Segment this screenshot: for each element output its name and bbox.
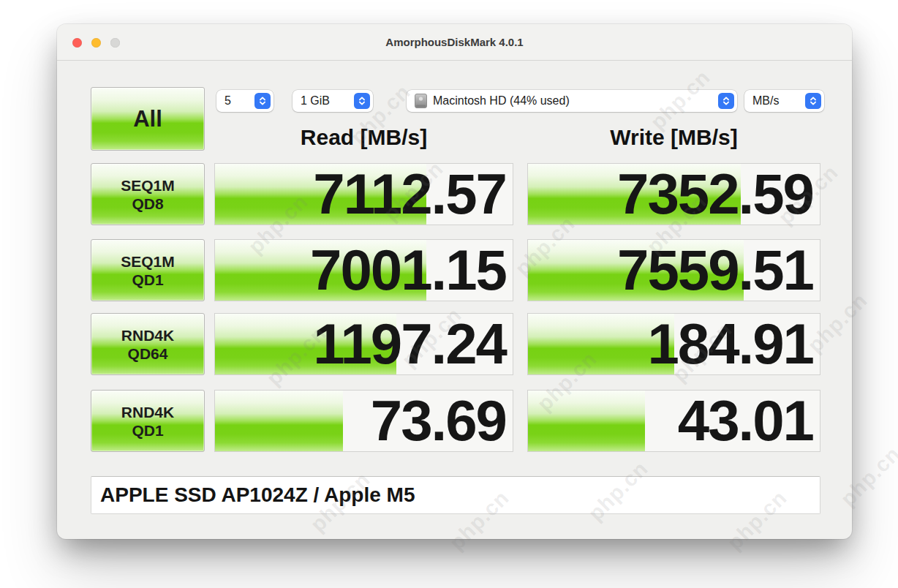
target-volume-value: Macintosh HD (44% used)	[433, 94, 570, 108]
read-bar-seq1m-qd8: 7112.57	[214, 163, 513, 225]
run-count-select[interactable]: 5	[216, 90, 273, 112]
run-all-button[interactable]: All	[91, 87, 205, 151]
target-volume-select[interactable]: Macintosh HD (44% used)	[407, 90, 737, 112]
read-value: 73.69	[214, 391, 506, 451]
read-value: 7112.57	[214, 164, 506, 224]
test-name: RND4K	[121, 326, 174, 344]
run-seq1m-qd1-button[interactable]: SEQ1M QD1	[91, 239, 205, 301]
run-rnd4k-qd1-button[interactable]: RND4K QD1	[91, 390, 205, 452]
read-bar-seq1m-qd1: 7001.15	[214, 239, 513, 301]
read-value: 7001.15	[214, 240, 506, 300]
read-bar-rnd4k-qd1: 73.69	[214, 390, 513, 452]
read-column-header: Read [MB/s]	[214, 125, 513, 153]
stepper-icon	[354, 93, 370, 109]
test-size-value: 1 GiB	[301, 94, 330, 108]
window-controls	[72, 38, 120, 48]
write-value: 184.91	[527, 314, 813, 374]
write-bar-rnd4k-qd1: 43.01	[527, 390, 820, 452]
unit-value: MB/s	[752, 94, 779, 108]
write-column-header: Write [MB/s]	[527, 125, 820, 153]
test-name: SEQ1M	[121, 252, 175, 271]
read-value: 1197.24	[214, 314, 506, 374]
zoom-button-disabled	[110, 38, 120, 48]
write-value: 43.01	[527, 391, 813, 451]
unit-select[interactable]: MB/s	[744, 90, 824, 112]
stepper-icon	[718, 93, 734, 109]
run-all-label: All	[133, 106, 162, 132]
write-bar-rnd4k-qd64: 184.91	[527, 313, 820, 375]
write-bar-seq1m-qd8: 7352.59	[527, 163, 820, 225]
app-window: AmorphousDiskMark 4.0.1 All 5 1 GiB Maci…	[57, 24, 852, 539]
title-bar: AmorphousDiskMark 4.0.1	[57, 24, 852, 61]
read-bar-rnd4k-qd64: 1197.24	[214, 313, 513, 375]
stepper-icon	[254, 93, 271, 109]
queue-depth: QD1	[132, 421, 163, 440]
drive-icon	[415, 94, 427, 108]
write-bar-seq1m-qd1: 7559.51	[527, 239, 820, 301]
run-rnd4k-qd64-button[interactable]: RND4K QD64	[91, 313, 205, 375]
stepper-icon	[805, 93, 821, 109]
test-name: SEQ1M	[121, 176, 175, 195]
queue-depth: QD1	[132, 271, 163, 289]
minimize-button[interactable]	[91, 38, 101, 48]
run-seq1m-qd8-button[interactable]: SEQ1M QD8	[91, 163, 205, 225]
device-info-field[interactable]: APPLE SSD AP1024Z / Apple M5	[91, 476, 820, 514]
queue-depth: QD64	[128, 344, 168, 363]
window-title: AmorphousDiskMark 4.0.1	[57, 24, 852, 61]
close-button[interactable]	[72, 38, 82, 48]
test-name: RND4K	[121, 403, 174, 421]
write-value: 7352.59	[527, 164, 813, 224]
write-value: 7559.51	[527, 240, 813, 300]
test-size-select[interactable]: 1 GiB	[293, 90, 373, 112]
queue-depth: QD8	[132, 195, 163, 213]
run-count-value: 5	[224, 94, 231, 108]
